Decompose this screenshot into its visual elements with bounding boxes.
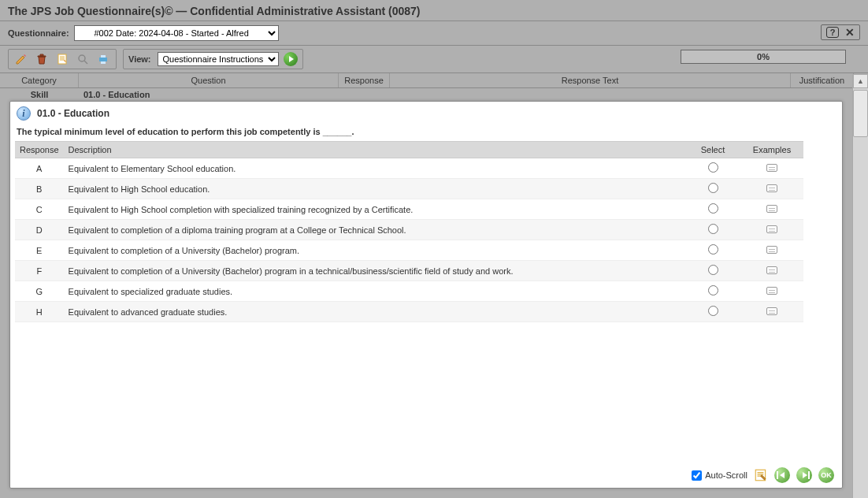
response-row: BEquivalent to High School education. xyxy=(15,179,803,199)
print-icon[interactable] xyxy=(95,52,111,66)
questionnaire-selector-row: Questionnaire: #002 Date: 2024-04-08 - S… xyxy=(0,20,868,46)
response-description: Equivalent to Elementary School educatio… xyxy=(64,158,685,179)
ok-button[interactable]: OK xyxy=(818,467,834,483)
auto-scroll-label: Auto-Scroll xyxy=(705,470,747,480)
select-radio[interactable] xyxy=(708,203,718,214)
response-row: EEquivalent to completion of a Universit… xyxy=(15,240,803,261)
toolbar-actions xyxy=(8,49,117,69)
col-justification: Justification xyxy=(791,73,854,87)
response-select[interactable] xyxy=(685,261,740,281)
scroll-thumb[interactable] xyxy=(853,90,868,137)
response-code: C xyxy=(15,199,64,220)
auto-scroll-checkbox[interactable] xyxy=(692,470,702,481)
close-button[interactable]: ✕ xyxy=(845,26,855,39)
select-radio[interactable] xyxy=(708,306,718,316)
select-radio[interactable] xyxy=(708,224,718,234)
response-select[interactable] xyxy=(685,302,740,322)
response-select[interactable] xyxy=(685,179,740,199)
response-select[interactable] xyxy=(685,220,740,240)
svg-rect-3 xyxy=(101,55,106,58)
header-controls: ? ✕ xyxy=(821,24,860,40)
go-button[interactable] xyxy=(284,52,298,66)
col-response-text: Response Text xyxy=(390,73,791,87)
examples-icon[interactable] xyxy=(766,164,777,172)
auto-scroll-toggle[interactable]: Auto-Scroll xyxy=(692,470,747,481)
question-dialog: i 01.0 - Education The typical minimum l… xyxy=(9,101,843,489)
page-title: The JPS Job Questionnaire(s)© — Confiden… xyxy=(0,0,868,20)
edit-icon[interactable] xyxy=(13,52,29,66)
view-group: View: Questionnaire Instructions xyxy=(123,49,303,69)
col-question: Question xyxy=(79,73,339,87)
response-select[interactable] xyxy=(685,199,740,220)
response-examples[interactable] xyxy=(740,179,803,199)
svg-point-1 xyxy=(79,55,85,61)
response-code: E xyxy=(15,240,64,261)
info-icon: i xyxy=(17,106,31,121)
view-label: View: xyxy=(128,54,151,64)
examples-icon[interactable] xyxy=(766,205,777,213)
examples-icon[interactable] xyxy=(766,225,777,233)
notes-icon[interactable] xyxy=(54,52,70,66)
col-category: Category xyxy=(0,73,79,87)
questionnaire-dropdown[interactable]: #002 Date: 2024-04-08 - Started - Alfred xyxy=(74,25,279,41)
response-code: G xyxy=(15,281,64,302)
select-radio[interactable] xyxy=(708,285,718,295)
response-examples[interactable] xyxy=(740,281,803,302)
dialog-header: i 01.0 - Education xyxy=(10,102,842,125)
examples-icon[interactable] xyxy=(766,287,777,295)
select-radio[interactable] xyxy=(708,265,718,275)
footer-edit-icon[interactable] xyxy=(754,468,768,482)
response-description: Equivalent to advanced graduate studies. xyxy=(64,302,685,322)
question-prompt: The typical minimum level of education t… xyxy=(10,125,842,141)
th-description: Description xyxy=(64,142,685,158)
response-examples[interactable] xyxy=(740,220,803,240)
svg-rect-2 xyxy=(99,58,107,61)
response-select[interactable] xyxy=(685,281,740,302)
response-examples[interactable] xyxy=(740,158,803,179)
response-description: Equivalent to specialized graduate studi… xyxy=(64,281,685,302)
response-code: F xyxy=(15,261,64,281)
response-row: FEquivalent to completion of a Universit… xyxy=(15,261,803,281)
col-response: Response xyxy=(339,73,390,87)
scroll-up-arrow[interactable]: ▲ xyxy=(853,74,868,88)
response-select[interactable] xyxy=(685,240,740,261)
examples-icon[interactable] xyxy=(766,246,777,254)
next-button[interactable] xyxy=(796,467,812,483)
response-description: Equivalent to completion of a University… xyxy=(64,240,685,261)
response-code: D xyxy=(15,220,64,240)
response-examples[interactable] xyxy=(740,240,803,261)
vertical-scrollbar[interactable]: ▲ xyxy=(852,74,868,498)
view-dropdown[interactable]: Questionnaire Instructions xyxy=(158,52,279,66)
prev-button[interactable] xyxy=(774,467,790,483)
response-description: Equivalent to High School education. xyxy=(64,179,685,199)
th-select: Select xyxy=(685,142,740,158)
examples-icon[interactable] xyxy=(766,266,777,274)
response-code: B xyxy=(15,179,64,199)
grid-row[interactable]: Skill 01.0 - Education xyxy=(0,88,868,101)
response-code: A xyxy=(15,158,64,179)
response-select[interactable] xyxy=(685,158,740,179)
select-radio[interactable] xyxy=(708,244,718,255)
examples-icon[interactable] xyxy=(766,307,777,315)
th-response: Response xyxy=(15,142,64,158)
response-description: Equivalent to completion of a diploma tr… xyxy=(64,220,685,240)
help-button[interactable]: ? xyxy=(826,27,839,38)
response-row: AEquivalent to Elementary School educati… xyxy=(15,158,803,179)
response-row: DEquivalent to completion of a diploma t… xyxy=(15,220,803,240)
examples-icon[interactable] xyxy=(766,184,777,192)
toolbar: View: Questionnaire Instructions 0% xyxy=(0,46,868,72)
response-row: CEquivalent to High School completion wi… xyxy=(15,199,803,220)
grid-header: Category Question Response Response Text… xyxy=(0,72,868,88)
response-description: Equivalent to High School completion wit… xyxy=(64,199,685,220)
progress-bar: 0% xyxy=(681,50,846,64)
response-code: H xyxy=(15,302,64,322)
response-examples[interactable] xyxy=(740,302,803,322)
response-examples[interactable] xyxy=(740,261,803,281)
trash-icon[interactable] xyxy=(34,52,50,66)
select-radio[interactable] xyxy=(708,183,718,193)
select-radio[interactable] xyxy=(708,162,718,173)
response-examples[interactable] xyxy=(740,199,803,220)
questionnaire-label: Questionnaire: xyxy=(8,28,69,38)
th-examples: Examples xyxy=(740,142,803,158)
search-icon[interactable] xyxy=(75,52,91,66)
